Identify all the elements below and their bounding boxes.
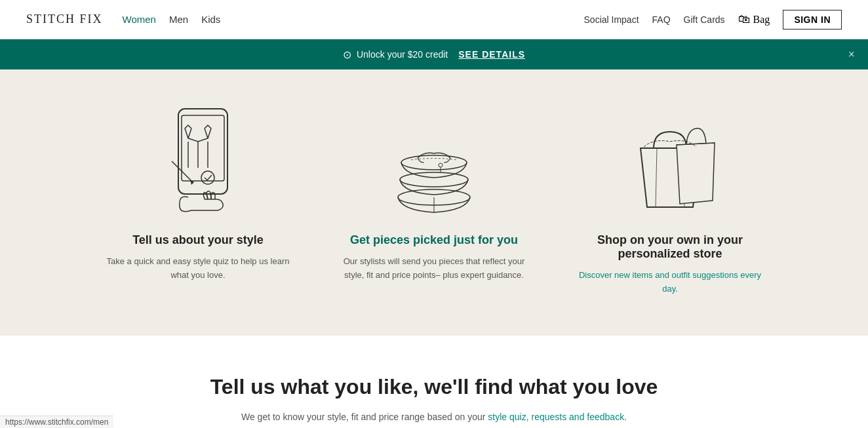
header-right: Social Impact FAQ Gift Cards 🛍 Bag SIGN … <box>584 10 842 29</box>
step-1-desc: Take a quick and easy style quiz to help… <box>106 255 290 282</box>
banner-close-button[interactable]: × <box>848 49 855 60</box>
svg-point-5 <box>201 171 214 184</box>
step-pieces-picked: Get pieces picked just for you Our styli… <box>342 102 526 296</box>
tagline-link[interactable]: style quiz, requests and feedback. <box>488 412 627 422</box>
nav-item-men[interactable]: Men <box>169 14 188 25</box>
svg-line-15 <box>656 148 657 207</box>
faq-link[interactable]: FAQ <box>652 14 671 25</box>
step-1-illustration <box>146 102 250 220</box>
step-2-title: Get pieces picked just for you <box>350 233 518 247</box>
how-it-works-section: Tell us about your style Take a quick an… <box>0 69 868 336</box>
site-header: STITCH FIX Women Men Kids Social Impact … <box>0 0 868 39</box>
nav-item-kids[interactable]: Kids <box>201 14 220 25</box>
tagline-title: Tell us what you like, we'll find what y… <box>26 375 842 399</box>
bag-icon: 🛍 <box>738 12 750 26</box>
svg-point-12 <box>439 163 443 167</box>
banner-content: ⊙ Unlock your $20 credit SEE DETAILS <box>343 49 525 61</box>
svg-point-11 <box>401 155 467 170</box>
step-3-title: Shop on your own in your personalized st… <box>578 233 762 261</box>
step-3-desc: Discover new items and outfit suggestion… <box>578 269 762 296</box>
banner-icon: ⊙ <box>343 49 351 61</box>
step-3-illustration <box>618 102 722 220</box>
promo-banner: ⊙ Unlock your $20 credit SEE DETAILS × <box>0 39 868 69</box>
tagline-subtitle: We get to know your style, fit and price… <box>26 410 842 424</box>
tagline-section: Tell us what you like, we'll find what y… <box>0 336 868 428</box>
svg-point-10 <box>400 172 468 187</box>
main-nav: Women Men Kids <box>123 14 221 25</box>
banner-see-details-link[interactable]: SEE DETAILS <box>458 49 525 60</box>
status-bar: https://www.stitchfix.com/men <box>0 416 113 428</box>
step-style-quiz: Tell us about your style Take a quick an… <box>106 102 290 296</box>
bag-button[interactable]: 🛍 Bag <box>738 12 770 26</box>
bag-label: Bag <box>753 14 770 26</box>
banner-text: Unlock your $20 credit <box>357 49 448 60</box>
social-impact-link[interactable]: Social Impact <box>584 14 639 25</box>
nav-item-women[interactable]: Women <box>123 14 156 25</box>
step-2-desc: Our stylists will send you pieces that r… <box>342 255 526 282</box>
step-2-illustration <box>382 102 486 220</box>
sign-in-button[interactable]: SIGN IN <box>783 10 842 29</box>
step-personalized-store: Shop on your own in your personalized st… <box>578 102 762 296</box>
status-url: https://www.stitchfix.com/men <box>5 418 108 427</box>
gift-cards-link[interactable]: Gift Cards <box>684 14 725 25</box>
svg-marker-7 <box>190 180 194 185</box>
step-1-title: Tell us about your style <box>132 233 264 247</box>
header-left: STITCH FIX Women Men Kids <box>26 12 220 26</box>
site-logo[interactable]: STITCH FIX <box>26 12 103 26</box>
